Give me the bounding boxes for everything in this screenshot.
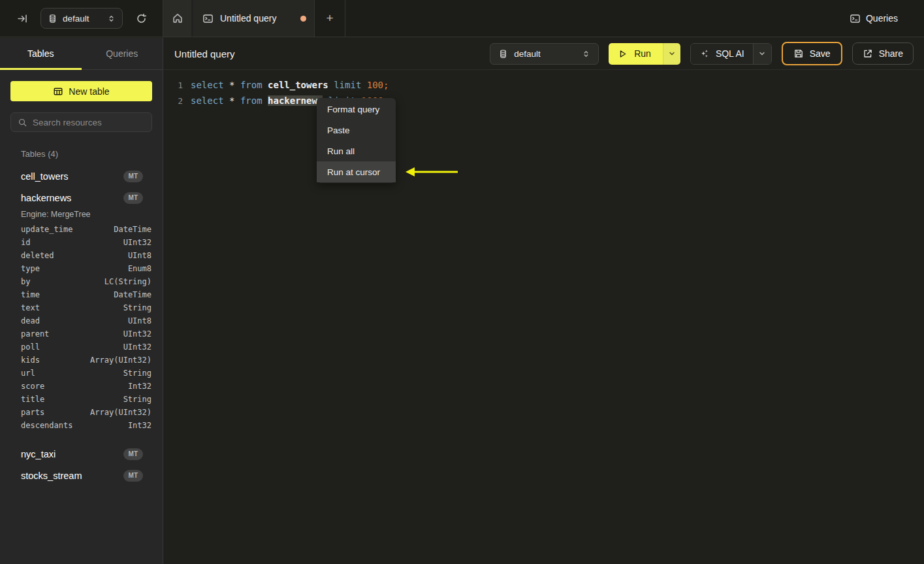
table-name: hackernews — [21, 193, 123, 203]
header-database-value: default — [514, 49, 576, 59]
column-name: parts — [21, 408, 44, 421]
database-icon — [498, 49, 508, 59]
sql-operator: * — [229, 80, 240, 90]
header-database-selector[interactable]: default — [490, 43, 599, 65]
sql-keyword: from — [240, 95, 268, 106]
column-row: descendantsInt32 — [21, 421, 151, 434]
column-name: parent — [21, 329, 49, 342]
topbar-right-cluster: Queries — [850, 0, 924, 37]
code-line-1[interactable]: 1 select * from cell_towers limit 100; — [175, 77, 924, 93]
topbar-database-value: default — [63, 14, 102, 24]
menu-item-format-query[interactable]: Format query — [317, 99, 396, 120]
sidebar-tab-tables[interactable]: Tables — [0, 38, 82, 69]
save-label: Save — [810, 48, 831, 59]
top-bar: default Untitled query + Queries — [0, 0, 924, 37]
menu-item-run-at-cursor[interactable]: Run at cursor — [317, 161, 396, 182]
sql-ai-button[interactable]: SQL AI — [691, 44, 753, 64]
sparkles-icon — [699, 48, 710, 59]
sql-keyword: select — [191, 80, 229, 90]
main-panel: Untitled query default Run SQL AI — [164, 38, 924, 564]
engine-badge: MT — [123, 171, 143, 182]
sql-table-name-selected: hackernews — [268, 95, 323, 106]
save-button[interactable]: Save — [782, 42, 842, 65]
column-type: UInt32 — [123, 238, 151, 251]
column-name: url — [21, 369, 35, 382]
table-row-stocks-stream[interactable]: stocks_stream MT — [0, 465, 163, 486]
column-type: UInt8 — [128, 316, 151, 329]
table-row-cell-towers[interactable]: cell_towers MT — [0, 165, 163, 187]
code-line-2[interactable]: 2 select * from hackernews limit 1000 — [175, 93, 924, 108]
table-icon — [53, 86, 63, 97]
sql-editor[interactable]: 1 select * from cell_towers limit 100; 2… — [164, 70, 924, 108]
column-row: scoreInt32 — [21, 382, 151, 395]
tab-untitled-query[interactable]: Untitled query — [193, 0, 315, 37]
save-icon — [793, 48, 804, 59]
page-title: Untitled query — [174, 48, 235, 59]
menu-item-run-all[interactable]: Run all — [317, 141, 396, 161]
column-name: time — [21, 290, 40, 303]
column-row: idUInt32 — [21, 238, 151, 251]
console-icon — [850, 13, 861, 24]
column-type: String — [123, 369, 151, 382]
table-name: stocks_stream — [21, 471, 123, 481]
new-table-button[interactable]: New table — [10, 81, 152, 101]
sql-ai-label: SQL AI — [716, 48, 744, 59]
chevron-down-icon — [668, 50, 676, 58]
column-row: parentUInt32 — [21, 329, 151, 342]
column-name: title — [21, 395, 44, 408]
code-text: select * from cell_towers limit 100; — [191, 80, 389, 90]
run-options-button[interactable] — [663, 43, 680, 65]
column-row: deadUInt8 — [21, 316, 151, 329]
sql-keyword: from — [240, 80, 268, 90]
engine-badge: MT — [123, 448, 143, 460]
share-label: Share — [879, 48, 903, 59]
chevron-down-icon — [758, 50, 766, 58]
collapse-sidebar-button[interactable] — [13, 9, 31, 27]
table-row-nyc-taxi[interactable]: nyc_taxi MT — [0, 443, 163, 465]
column-type: String — [123, 395, 151, 408]
table-name: cell_towers — [21, 171, 123, 182]
share-icon — [863, 48, 873, 59]
database-icon — [48, 14, 57, 24]
search-box[interactable] — [10, 112, 152, 132]
share-button[interactable]: Share — [852, 42, 914, 65]
sql-table-name: cell_towers — [268, 80, 328, 90]
queries-button[interactable]: Queries — [850, 13, 898, 24]
column-name: id — [21, 238, 30, 251]
header-controls: default Run SQL AI — [490, 42, 914, 65]
sql-ai-split-button: SQL AI — [690, 43, 772, 65]
sidebar-tab-bar: Tables Queries — [0, 38, 163, 70]
table-row-hackernews[interactable]: hackernews MT — [0, 187, 163, 208]
topbar-database-selector[interactable]: default — [40, 8, 123, 29]
column-name: score — [21, 382, 44, 395]
sidebar: Tables Queries New table Tables (4) cell… — [0, 38, 163, 564]
column-name: kids — [21, 356, 40, 369]
run-label: Run — [634, 48, 651, 59]
column-row: titleString — [21, 395, 151, 408]
tables-section-label: Tables (4) — [21, 149, 163, 159]
unsaved-changes-dot — [300, 16, 306, 22]
column-name: descendants — [21, 421, 72, 434]
column-row: typeEnum8 — [21, 264, 151, 277]
sql-keyword: select — [191, 95, 229, 106]
run-button[interactable]: Run — [609, 43, 663, 65]
new-tab-button[interactable]: + — [315, 0, 345, 37]
updown-chevron-icon — [582, 50, 590, 58]
column-name: update_time — [21, 225, 72, 238]
search-input[interactable] — [33, 118, 144, 127]
refresh-button[interactable] — [132, 9, 150, 27]
column-row: deletedUInt8 — [21, 251, 151, 264]
sql-number: 100; — [367, 80, 389, 90]
column-type: UInt32 — [123, 342, 151, 356]
menu-item-paste[interactable]: Paste — [317, 120, 396, 141]
collapse-sidebar-icon — [17, 13, 28, 24]
sidebar-tab-queries[interactable]: Queries — [82, 38, 163, 69]
column-name: text — [21, 303, 40, 316]
sql-ai-options-button[interactable] — [753, 44, 771, 64]
column-type: Int32 — [128, 382, 151, 395]
search-icon — [18, 118, 27, 127]
engine-label: Engine: MergeTree — [21, 210, 163, 219]
console-icon — [202, 13, 214, 24]
line-number: 1 — [175, 80, 183, 90]
home-button[interactable] — [163, 0, 193, 37]
